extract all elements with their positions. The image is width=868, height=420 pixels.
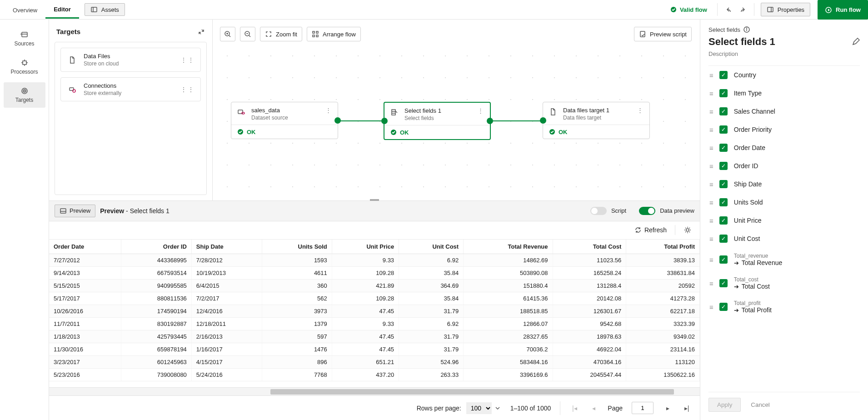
field-item[interactable]: ≡✓Total_revenue➔Total Revenue <box>708 248 857 271</box>
node-menu-icon[interactable]: ⋮ <box>635 107 645 114</box>
field-item[interactable]: ≡✓Units Sold <box>708 193 857 211</box>
preview-toggle-button[interactable]: Preview <box>55 205 95 217</box>
drag-handle-icon[interactable]: ≡ <box>709 108 713 115</box>
field-checkbox[interactable]: ✓ <box>719 89 728 97</box>
column-header[interactable]: Total Profit <box>626 240 700 254</box>
info-icon[interactable] <box>743 26 750 33</box>
cancel-button[interactable]: Cancel <box>749 398 772 412</box>
target-card-data-files[interactable]: Data Files Store on cloud ⋮⋮ <box>60 48 201 72</box>
horizontal-scrollbar[interactable] <box>49 387 700 395</box>
drag-handle-icon[interactable]: ⋮⋮ <box>180 56 195 64</box>
column-header[interactable]: Units Sold <box>262 240 332 254</box>
zoom-out-button[interactable] <box>240 27 255 41</box>
field-item[interactable]: ≡✓Total_profit➔Total Profit <box>708 295 857 319</box>
field-item[interactable]: ≡✓Order ID <box>708 157 857 175</box>
field-checkbox[interactable]: ✓ <box>719 279 728 287</box>
drag-handle-icon[interactable]: ≡ <box>709 126 713 134</box>
field-checkbox[interactable]: ✓ <box>719 216 728 225</box>
table-row[interactable]: 7/27/20124433689957/28/201215939.336.921… <box>49 254 700 266</box>
redo-button[interactable] <box>736 3 751 16</box>
node-menu-icon[interactable]: ⋮ <box>476 107 485 114</box>
target-card-connections[interactable]: Connections Store externally ⋮⋮ <box>60 77 201 101</box>
drag-handle-icon[interactable]: ≡ <box>709 280 713 287</box>
column-header[interactable]: Unit Price <box>332 240 399 254</box>
table-row[interactable]: 9/14/201366759351410/19/20134611109.2835… <box>49 266 700 279</box>
drag-handle-icon[interactable]: ≡ <box>709 256 713 264</box>
output-port[interactable] <box>334 117 341 124</box>
column-header[interactable]: Unit Cost <box>399 240 464 254</box>
column-header[interactable]: Total Revenue <box>464 240 553 254</box>
run-flow-button[interactable]: Run flow <box>818 0 868 20</box>
page-input[interactable] <box>632 402 653 414</box>
drag-handle-icon[interactable]: ≡ <box>709 71 713 79</box>
drag-handle-icon[interactable]: ≡ <box>709 144 713 152</box>
column-header[interactable]: Ship Date <box>191 240 262 254</box>
field-checkbox[interactable]: ✓ <box>719 162 728 170</box>
field-checkbox[interactable]: ✓ <box>719 180 728 188</box>
table-row[interactable]: 10/26/201617459019412/4/2016397347.4531.… <box>49 305 700 317</box>
column-header[interactable]: Total Cost <box>553 240 626 254</box>
node-select-fields[interactable]: Select fields 1Select fields ⋮ OK <box>384 102 491 140</box>
node-data-files-target[interactable]: Data files target 1Data files target ⋮ O… <box>543 102 650 139</box>
nav-sources[interactable]: Sources <box>4 26 45 51</box>
settings-icon[interactable] <box>683 226 692 234</box>
node-menu-icon[interactable]: ⋮ <box>324 107 333 114</box>
preview-script-button[interactable]: Preview script <box>634 27 692 41</box>
field-checkbox[interactable]: ✓ <box>719 235 728 243</box>
field-checkbox[interactable]: ✓ <box>719 255 728 264</box>
edit-icon[interactable] <box>852 38 860 46</box>
last-page-button[interactable]: ▸| <box>682 405 692 412</box>
column-header[interactable]: Order Date <box>49 240 121 254</box>
field-item[interactable]: ≡✓Order Date <box>708 139 857 157</box>
refresh-button[interactable]: Refresh <box>634 226 667 234</box>
output-port[interactable] <box>487 118 493 124</box>
field-item[interactable]: ≡✓Unit Cost <box>708 230 857 248</box>
drag-handle-icon[interactable]: ≡ <box>709 217 713 225</box>
table-row[interactable]: 5/23/20167390080805/24/20167768437.20263… <box>49 368 700 381</box>
table-row[interactable]: 5/17/20178808115367/2/2017562109.2835.84… <box>49 292 700 305</box>
arrange-flow-button[interactable]: Arrange flow <box>307 27 361 41</box>
table-row[interactable]: 11/30/20166598781941/16/2017147647.4531.… <box>49 343 700 355</box>
resize-handle[interactable] <box>370 199 379 201</box>
tab-overview[interactable]: Overview <box>5 1 45 18</box>
drag-handle-icon[interactable]: ≡ <box>709 162 713 170</box>
field-checkbox[interactable]: ✓ <box>719 107 728 115</box>
field-checkbox[interactable]: ✓ <box>719 198 728 206</box>
drag-handle-icon[interactable]: ≡ <box>709 90 713 97</box>
field-checkbox[interactable]: ✓ <box>719 125 728 134</box>
apply-button[interactable]: Apply <box>708 398 741 412</box>
zoom-in-button[interactable] <box>220 27 235 41</box>
collapse-icon[interactable] <box>198 28 205 35</box>
field-checkbox[interactable]: ✓ <box>719 144 728 152</box>
field-checkbox[interactable]: ✓ <box>719 71 728 79</box>
field-checkbox[interactable]: ✓ <box>719 303 728 311</box>
field-item[interactable]: ≡✓Total_cost➔Total Cost <box>708 271 857 295</box>
drag-handle-icon[interactable]: ≡ <box>709 199 713 206</box>
next-page-button[interactable]: ▸ <box>663 405 673 412</box>
properties-button[interactable]: Properties <box>761 3 810 16</box>
prev-page-button[interactable]: ◂ <box>589 405 599 412</box>
data-preview-toggle[interactable] <box>639 207 655 215</box>
zoom-fit-button[interactable]: Zoom fit <box>260 27 302 41</box>
drag-handle-icon[interactable]: ≡ <box>709 303 713 311</box>
flow-canvas[interactable]: Zoom fit Arrange flow Preview script sal… <box>213 20 700 200</box>
field-item[interactable]: ≡✓Unit Price <box>708 211 857 230</box>
nav-processors[interactable]: Processors <box>4 54 45 80</box>
node-sales-data[interactable]: sales_dataDataset source ⋮ OK <box>231 102 338 139</box>
input-port[interactable] <box>540 117 546 124</box>
table-row[interactable]: 1/18/20134257934452/16/201359747.4531.79… <box>49 330 700 343</box>
undo-button[interactable] <box>720 3 736 16</box>
first-page-button[interactable]: |◂ <box>569 405 579 412</box>
rows-per-page-select[interactable]: 100 <box>466 402 492 415</box>
assets-button[interactable]: Assets <box>85 3 125 16</box>
input-port[interactable] <box>381 118 388 124</box>
table-row[interactable]: 3/23/20176012459634/15/2017896651.21524.… <box>49 355 700 368</box>
field-item[interactable]: ≡✓Ship Date <box>708 175 857 193</box>
field-item[interactable]: ≡✓Sales Channel <box>708 102 857 120</box>
drag-handle-icon[interactable]: ≡ <box>709 235 713 243</box>
table-row[interactable]: 11/7/201183019288712/18/201113799.336.92… <box>49 317 700 330</box>
drag-handle-icon[interactable]: ≡ <box>709 180 713 188</box>
table-row[interactable]: 5/15/20159409955856/4/2015360421.89364.6… <box>49 279 700 292</box>
field-item[interactable]: ≡✓Order Priority <box>708 120 857 139</box>
column-header[interactable]: Order ID <box>121 240 191 254</box>
